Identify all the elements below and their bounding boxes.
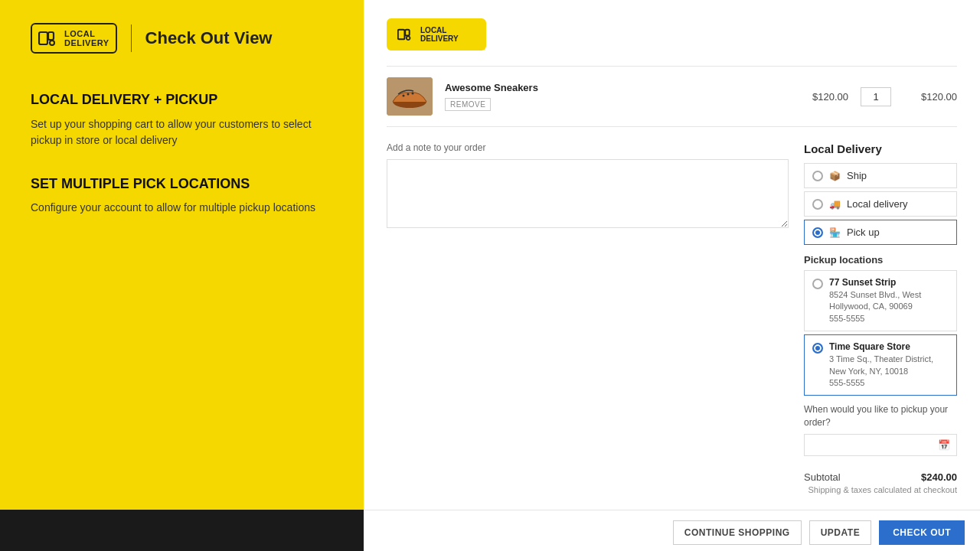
item-price: $120.00 bbox=[795, 91, 848, 103]
truck-icon: 🚚 bbox=[829, 199, 841, 210]
header-title: Check Out View bbox=[145, 28, 273, 48]
cart-body: Add a note to your order Local Delivery … bbox=[387, 142, 957, 494]
right-panel: LOCAL DELIVERY bbox=[364, 0, 980, 510]
notes-section: Add a note to your order bbox=[387, 142, 789, 494]
radio-local[interactable] bbox=[812, 199, 823, 210]
location-sunset-name: 77 Sunset Strip bbox=[829, 277, 949, 288]
pickup-icon: 🏪 bbox=[829, 227, 841, 238]
header-divider bbox=[131, 24, 132, 52]
notes-textarea[interactable] bbox=[387, 159, 789, 228]
subtotal-amount: $240.00 bbox=[921, 471, 957, 483]
left-header: LOCAL DELIVERY Check Out View bbox=[31, 23, 333, 54]
feature-multiple-locations: SET MULTIPLE PICK LOCATIONS Configure yo… bbox=[31, 176, 333, 217]
checkout-button[interactable]: CHECK OUT bbox=[879, 520, 965, 545]
footer-left-dark bbox=[0, 510, 364, 551]
location-sunset[interactable]: 77 Sunset Strip 8524 Sunset Blvd., West … bbox=[804, 270, 957, 331]
item-name: Awesome Sneakers bbox=[445, 82, 782, 93]
logo-local: LOCAL bbox=[64, 29, 109, 38]
footer-row: CONTINUE SHOPPING UPDATE CHECK OUT bbox=[0, 510, 980, 551]
feature-desc-2: Configure your account to allow for mult… bbox=[31, 200, 333, 216]
logo-icon bbox=[38, 30, 60, 47]
delivery-option-pickup[interactable]: 🏪 Pick up bbox=[804, 220, 957, 245]
location-timesquare[interactable]: Time Square Store 3 Time Sq., Theater Di… bbox=[804, 334, 957, 396]
subtotal-row: Subtotal $240.00 bbox=[804, 465, 957, 483]
radio-ship[interactable] bbox=[812, 171, 823, 181]
item-remove-button[interactable]: REMOVE bbox=[445, 98, 491, 111]
tax-note: Shipping & taxes calculated at checkout bbox=[804, 485, 957, 494]
shop-logo-text: LOCAL DELIVERY bbox=[420, 26, 459, 43]
shop-logo: LOCAL DELIVERY bbox=[387, 18, 486, 51]
location-timesquare-name: Time Square Store bbox=[829, 341, 949, 352]
svg-rect-1 bbox=[48, 32, 54, 40]
logo-box: LOCAL DELIVERY bbox=[31, 23, 117, 54]
svg-point-10 bbox=[412, 93, 414, 95]
delivery-option-local[interactable]: 🚚 Local delivery bbox=[804, 191, 957, 217]
ship-label: Ship bbox=[847, 170, 867, 181]
svg-rect-0 bbox=[39, 32, 47, 44]
shop-logo-icon bbox=[397, 28, 414, 41]
location-sunset-info: 77 Sunset Strip 8524 Sunset Blvd., West … bbox=[829, 277, 949, 324]
svg-rect-4 bbox=[405, 30, 410, 36]
radio-sunset[interactable] bbox=[812, 279, 823, 289]
delivery-option-ship[interactable]: 📦 Ship bbox=[804, 163, 957, 188]
calendar-icon: 📅 bbox=[938, 439, 950, 451]
delivery-section: Local Delivery 📦 Ship 🚚 Local delivery 🏪 bbox=[804, 142, 957, 494]
shop-logo-local: LOCAL bbox=[420, 26, 459, 34]
feature-local-delivery: LOCAL DELIVERY + PICKUP Set up your shop… bbox=[31, 92, 333, 148]
pickup-label: Pick up bbox=[847, 227, 880, 238]
subtotal-label: Subtotal bbox=[804, 471, 841, 483]
continue-shopping-button[interactable]: CONTINUE SHOPPING bbox=[673, 520, 802, 545]
location-sunset-phone: 555-5555 bbox=[829, 313, 949, 324]
footer-buttons: CONTINUE SHOPPING UPDATE CHECK OUT bbox=[364, 510, 980, 551]
pickup-locations-title: Pickup locations bbox=[804, 254, 957, 266]
item-quantity[interactable]: 1 bbox=[861, 87, 891, 106]
location-timesquare-phone: 555-5555 bbox=[829, 377, 949, 389]
sneaker-image bbox=[387, 77, 433, 116]
update-button[interactable]: UPDATE bbox=[809, 520, 871, 545]
logo-delivery: DELIVERY bbox=[64, 38, 109, 47]
svg-rect-3 bbox=[398, 30, 405, 40]
location-timesquare-info: Time Square Store 3 Time Sq., Theater Di… bbox=[829, 341, 949, 389]
feature-desc-1: Set up your shopping cart to allow your … bbox=[31, 116, 333, 148]
svg-point-8 bbox=[403, 95, 405, 97]
pickup-date-input[interactable]: 📅 bbox=[804, 434, 957, 456]
location-timesquare-address: 3 Time Sq., Theater District, New York, … bbox=[829, 354, 949, 377]
ship-icon: 📦 bbox=[829, 171, 841, 181]
notes-label: Add a note to your order bbox=[387, 142, 789, 153]
delivery-title: Local Delivery bbox=[804, 142, 957, 155]
left-panel: LOCAL DELIVERY Check Out View LOCAL DELI… bbox=[0, 0, 364, 510]
logo-text: LOCAL DELIVERY bbox=[64, 29, 109, 47]
location-sunset-address: 8524 Sunset Blvd., West Hollywood, CA, 9… bbox=[829, 289, 949, 313]
feature-title-2: SET MULTIPLE PICK LOCATIONS bbox=[31, 176, 333, 193]
item-image bbox=[387, 77, 433, 116]
item-total: $120.00 bbox=[903, 91, 957, 103]
svg-point-9 bbox=[407, 93, 410, 96]
radio-timesquare[interactable] bbox=[812, 343, 823, 354]
svg-point-5 bbox=[407, 36, 410, 40]
feature-title-1: LOCAL DELIVERY + PICKUP bbox=[31, 92, 333, 109]
radio-pickup[interactable] bbox=[812, 227, 823, 238]
shop-logo-delivery: DELIVERY bbox=[420, 34, 459, 43]
cart-item: Awesome Sneakers REMOVE $120.00 1 $120.0… bbox=[387, 66, 957, 127]
svg-point-2 bbox=[50, 41, 54, 45]
local-label: Local delivery bbox=[847, 198, 908, 210]
item-info: Awesome Sneakers REMOVE bbox=[445, 82, 782, 111]
pickup-date-label: When would you like to pickup your order… bbox=[804, 403, 957, 429]
